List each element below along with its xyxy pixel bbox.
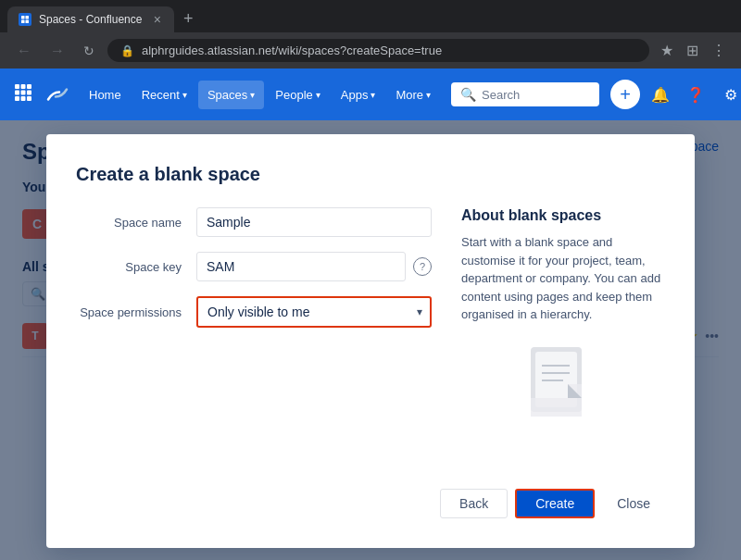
nav-apps[interactable]: Apps ▾ [332, 81, 385, 109]
spaces-chevron: ▾ [250, 90, 255, 100]
space-permissions-label: Space permissions [76, 305, 196, 319]
lock-icon: 🔒 [120, 44, 134, 57]
modal-overlay: Create a blank space Space name Space ke… [0, 120, 741, 560]
tab-favicon [19, 13, 31, 26]
tab-title: Spaces - Confluence [39, 13, 144, 26]
confluence-logo[interactable] [46, 83, 69, 106]
create-button[interactable]: Create [515, 489, 595, 518]
header-search-box[interactable]: 🔍 Search [451, 82, 599, 106]
browser-window: Spaces - Confluence × + ← → ↻ 🔒 alphrgui… [0, 0, 741, 68]
space-name-label: Space name [76, 216, 196, 230]
people-chevron: ▾ [316, 90, 320, 100]
create-space-modal: Create a blank space Space name Space ke… [46, 134, 695, 548]
space-permissions-select[interactable]: Only visible to me Anyone can use Custom [196, 296, 432, 328]
space-key-field-group: ? [196, 252, 432, 281]
svg-rect-6 [27, 84, 31, 89]
space-name-row: Space name [76, 207, 432, 237]
nav-spaces[interactable]: Spaces ▾ [198, 81, 264, 109]
modal-footer: Back Create Close [76, 474, 665, 518]
svg-rect-9 [27, 90, 31, 94]
close-button[interactable]: Close [602, 489, 665, 518]
url-text: alphrguides.atlassian.net/wiki/spaces?cr… [142, 44, 636, 57]
bookmark-button[interactable]: ★ [657, 38, 677, 63]
modal-info-panel: About blank spaces Start with a blank sp… [461, 207, 665, 444]
space-key-help-icon[interactable]: ? [413, 257, 432, 276]
space-key-input[interactable] [196, 252, 406, 281]
space-permissions-select-wrapper: Only visible to me Anyone can use Custom… [196, 296, 432, 328]
modal-info-text: Start with a blank space and customise i… [461, 233, 665, 324]
apps-chevron: ▾ [370, 90, 375, 100]
search-placeholder-text: Search [482, 88, 520, 102]
svg-rect-2 [21, 20, 25, 24]
address-bar[interactable]: 🔒 alphrguides.atlassian.net/wiki/spaces?… [107, 39, 649, 62]
browser-action-buttons: ★ ⊞ ⋮ [657, 38, 730, 63]
menu-button[interactable]: ⋮ [708, 38, 730, 63]
more-chevron: ▾ [426, 90, 431, 100]
back-button[interactable]: ← [11, 41, 37, 61]
help-button[interactable]: ❓ [681, 80, 710, 109]
space-key-label: Space key [76, 260, 196, 274]
svg-rect-5 [21, 84, 26, 89]
create-button[interactable]: + [610, 80, 640, 109]
active-tab[interactable]: Spaces - Confluence × [7, 6, 174, 32]
modal-info-title: About blank spaces [461, 207, 665, 224]
apps-grid-button[interactable] [11, 81, 35, 109]
modal-body: Space name Space key ? Space permissions [76, 207, 665, 444]
nav-more[interactable]: More ▾ [386, 81, 440, 109]
modal-title: Create a blank space [76, 164, 665, 185]
app-header: Home Recent ▾ Spaces ▾ People ▾ Apps ▾ M… [0, 68, 741, 120]
svg-rect-0 [21, 16, 25, 19]
space-name-input[interactable] [196, 207, 432, 237]
nav-links: Home Recent ▾ Spaces ▾ People ▾ Apps ▾ M… [80, 81, 440, 109]
modal-form: Space name Space key ? Space permissions [76, 207, 432, 444]
svg-rect-10 [15, 96, 19, 101]
svg-rect-12 [27, 96, 31, 101]
svg-rect-8 [21, 90, 26, 94]
modal-illustration [461, 342, 665, 444]
new-tab-button[interactable]: + [176, 6, 201, 32]
space-permissions-row: Space permissions Only visible to me Any… [76, 296, 432, 328]
browser-controls-bar: ← → ↻ 🔒 alphrguides.atlassian.net/wiki/s… [0, 32, 741, 68]
browser-tabs-bar: Spaces - Confluence × + [0, 0, 741, 32]
notifications-button[interactable]: 🔔 [646, 80, 675, 109]
svg-rect-4 [15, 84, 19, 89]
space-key-row: Space key ? [76, 252, 432, 281]
svg-rect-7 [15, 90, 19, 94]
svg-rect-1 [26, 16, 30, 19]
nav-people[interactable]: People ▾ [266, 81, 329, 109]
page-content: Spaces Create space Your s C Chil... All… [0, 120, 741, 560]
tab-close-btn[interactable]: × [152, 12, 163, 27]
refresh-button[interactable]: ↻ [78, 42, 100, 60]
nav-home[interactable]: Home [80, 81, 131, 109]
settings-button[interactable]: ⚙ [716, 80, 741, 109]
recent-chevron: ▾ [182, 90, 187, 100]
svg-rect-11 [21, 96, 26, 101]
extensions-button[interactable]: ⊞ [683, 38, 702, 63]
search-icon: 🔍 [460, 87, 476, 102]
svg-rect-3 [26, 20, 30, 24]
nav-recent[interactable]: Recent ▾ [132, 81, 196, 109]
back-button[interactable]: Back [440, 489, 508, 518]
forward-button[interactable]: → [44, 41, 70, 61]
header-right-actions: + 🔔 ❓ ⚙ AG [610, 80, 741, 109]
